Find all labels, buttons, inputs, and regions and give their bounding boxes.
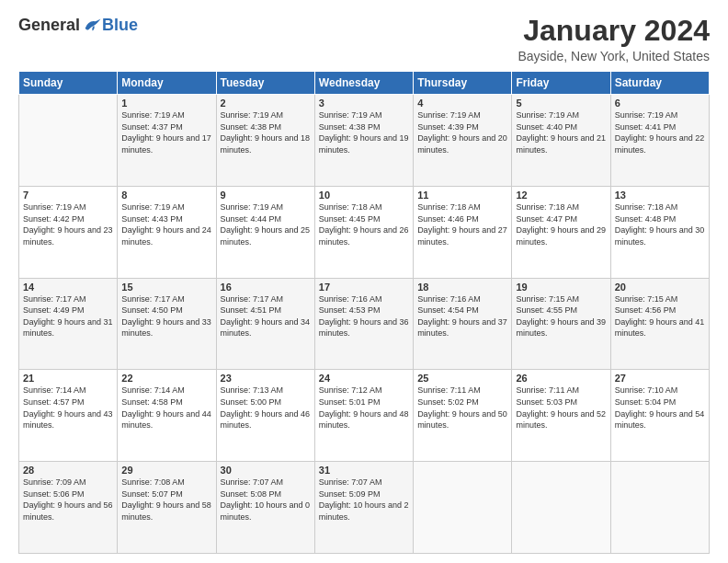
- cell-info: Sunrise: 7:18 AM Sunset: 4:48 PM Dayligh…: [615, 201, 705, 247]
- calendar-body: 1Sunrise: 7:19 AM Sunset: 4:37 PM Daylig…: [19, 95, 710, 554]
- cell-info: Sunrise: 7:19 AM Sunset: 4:40 PM Dayligh…: [516, 109, 606, 155]
- cell-info: Sunrise: 7:07 AM Sunset: 5:08 PM Dayligh…: [221, 477, 311, 523]
- header-monday: Monday: [118, 72, 216, 95]
- cell-info: Sunrise: 7:12 AM Sunset: 5:01 PM Dayligh…: [319, 385, 409, 431]
- day-number: 3: [319, 98, 409, 109]
- cell-info: Sunrise: 7:19 AM Sunset: 4:41 PM Dayligh…: [615, 109, 705, 155]
- day-number: 18: [417, 282, 507, 293]
- calendar-cell: 7Sunrise: 7:19 AM Sunset: 4:42 PM Daylig…: [19, 186, 118, 278]
- header-sunday: Sunday: [19, 72, 118, 95]
- day-number: 1: [121, 98, 211, 109]
- cell-info: Sunrise: 7:19 AM Sunset: 4:43 PM Dayligh…: [121, 201, 211, 247]
- calendar-cell: 5Sunrise: 7:19 AM Sunset: 4:40 PM Daylig…: [512, 95, 610, 187]
- calendar-cell: 2Sunrise: 7:19 AM Sunset: 4:38 PM Daylig…: [216, 95, 314, 187]
- cell-info: Sunrise: 7:08 AM Sunset: 5:07 PM Dayligh…: [121, 477, 211, 523]
- title-block: January 2024 Bayside, New York, United S…: [518, 15, 710, 63]
- calendar-cell: 9Sunrise: 7:19 AM Sunset: 4:44 PM Daylig…: [216, 186, 314, 278]
- month-title: January 2024: [518, 15, 710, 47]
- calendar-cell: 27Sunrise: 7:10 AM Sunset: 5:04 PM Dayli…: [610, 370, 709, 462]
- logo-text: General Blue: [18, 15, 138, 35]
- logo-bird-icon: [82, 15, 102, 35]
- cell-info: Sunrise: 7:15 AM Sunset: 4:55 PM Dayligh…: [516, 293, 606, 339]
- day-number: 21: [23, 373, 113, 384]
- day-number: 9: [221, 190, 311, 201]
- cell-info: Sunrise: 7:19 AM Sunset: 4:38 PM Dayligh…: [221, 109, 311, 155]
- calendar-cell: 31Sunrise: 7:07 AM Sunset: 5:09 PM Dayli…: [314, 462, 413, 554]
- day-number: 27: [615, 373, 705, 384]
- header: General Blue January 2024 Bayside, New Y…: [18, 15, 710, 63]
- cell-info: Sunrise: 7:11 AM Sunset: 5:03 PM Dayligh…: [516, 385, 606, 431]
- header-friday: Friday: [512, 72, 610, 95]
- header-wednesday: Wednesday: [314, 72, 413, 95]
- cell-info: Sunrise: 7:17 AM Sunset: 4:49 PM Dayligh…: [23, 293, 113, 339]
- calendar-cell: 16Sunrise: 7:17 AM Sunset: 4:51 PM Dayli…: [216, 278, 314, 370]
- day-number: 10: [319, 190, 409, 201]
- calendar-week-row: 14Sunrise: 7:17 AM Sunset: 4:49 PM Dayli…: [19, 278, 710, 370]
- calendar-cell: 19Sunrise: 7:15 AM Sunset: 4:55 PM Dayli…: [512, 278, 610, 370]
- calendar-cell: 8Sunrise: 7:19 AM Sunset: 4:43 PM Daylig…: [118, 186, 216, 278]
- day-number: 16: [221, 282, 311, 293]
- cell-info: Sunrise: 7:16 AM Sunset: 4:54 PM Dayligh…: [417, 293, 507, 339]
- calendar-cell: 28Sunrise: 7:09 AM Sunset: 5:06 PM Dayli…: [19, 462, 118, 554]
- day-number: 29: [121, 465, 211, 476]
- weekday-header-row: Sunday Monday Tuesday Wednesday Thursday…: [19, 72, 710, 95]
- logo: General Blue: [18, 15, 138, 35]
- cell-info: Sunrise: 7:17 AM Sunset: 4:50 PM Dayligh…: [121, 293, 211, 339]
- cell-info: Sunrise: 7:14 AM Sunset: 4:58 PM Dayligh…: [121, 385, 211, 431]
- calendar-cell: 30Sunrise: 7:07 AM Sunset: 5:08 PM Dayli…: [216, 462, 314, 554]
- day-number: 12: [516, 190, 606, 201]
- cell-info: Sunrise: 7:18 AM Sunset: 4:45 PM Dayligh…: [319, 201, 409, 247]
- day-number: 4: [417, 98, 507, 109]
- calendar-cell: 26Sunrise: 7:11 AM Sunset: 5:03 PM Dayli…: [512, 370, 610, 462]
- day-number: 19: [516, 282, 606, 293]
- calendar-cell: 23Sunrise: 7:13 AM Sunset: 5:00 PM Dayli…: [216, 370, 314, 462]
- day-number: 24: [319, 373, 409, 384]
- cell-info: Sunrise: 7:19 AM Sunset: 4:37 PM Dayligh…: [121, 109, 211, 155]
- day-number: 11: [417, 190, 507, 201]
- day-number: 28: [23, 465, 113, 476]
- day-number: 5: [516, 98, 606, 109]
- calendar-cell: 17Sunrise: 7:16 AM Sunset: 4:53 PM Dayli…: [314, 278, 413, 370]
- cell-info: Sunrise: 7:14 AM Sunset: 4:57 PM Dayligh…: [23, 385, 113, 431]
- cell-info: Sunrise: 7:09 AM Sunset: 5:06 PM Dayligh…: [23, 477, 113, 523]
- calendar-cell: 29Sunrise: 7:08 AM Sunset: 5:07 PM Dayli…: [118, 462, 216, 554]
- calendar-cell: 18Sunrise: 7:16 AM Sunset: 4:54 PM Dayli…: [414, 278, 512, 370]
- calendar-cell: 20Sunrise: 7:15 AM Sunset: 4:56 PM Dayli…: [610, 278, 709, 370]
- day-number: 17: [319, 282, 409, 293]
- cell-info: Sunrise: 7:19 AM Sunset: 4:42 PM Dayligh…: [23, 201, 113, 247]
- cell-info: Sunrise: 7:15 AM Sunset: 4:56 PM Dayligh…: [615, 293, 705, 339]
- calendar-cell: 21Sunrise: 7:14 AM Sunset: 4:57 PM Dayli…: [19, 370, 118, 462]
- cell-info: Sunrise: 7:18 AM Sunset: 4:46 PM Dayligh…: [417, 201, 507, 247]
- day-number: 14: [23, 282, 113, 293]
- calendar-cell: 22Sunrise: 7:14 AM Sunset: 4:58 PM Dayli…: [118, 370, 216, 462]
- calendar-cell: [414, 462, 512, 554]
- header-tuesday: Tuesday: [216, 72, 314, 95]
- day-number: 15: [121, 282, 211, 293]
- cell-info: Sunrise: 7:13 AM Sunset: 5:00 PM Dayligh…: [221, 385, 311, 431]
- cell-info: Sunrise: 7:18 AM Sunset: 4:47 PM Dayligh…: [516, 201, 606, 247]
- calendar-cell: [512, 462, 610, 554]
- cell-info: Sunrise: 7:17 AM Sunset: 4:51 PM Dayligh…: [221, 293, 311, 339]
- calendar-cell: 12Sunrise: 7:18 AM Sunset: 4:47 PM Dayli…: [512, 186, 610, 278]
- header-saturday: Saturday: [610, 72, 709, 95]
- day-number: 7: [23, 190, 113, 201]
- calendar-cell: 10Sunrise: 7:18 AM Sunset: 4:45 PM Dayli…: [314, 186, 413, 278]
- calendar-cell: 13Sunrise: 7:18 AM Sunset: 4:48 PM Dayli…: [610, 186, 709, 278]
- calendar-header: Sunday Monday Tuesday Wednesday Thursday…: [19, 72, 710, 95]
- calendar-week-row: 21Sunrise: 7:14 AM Sunset: 4:57 PM Dayli…: [19, 370, 710, 462]
- day-number: 25: [417, 373, 507, 384]
- cell-info: Sunrise: 7:19 AM Sunset: 4:39 PM Dayligh…: [417, 109, 507, 155]
- day-number: 20: [615, 282, 705, 293]
- calendar-cell: 1Sunrise: 7:19 AM Sunset: 4:37 PM Daylig…: [118, 95, 216, 187]
- calendar-cell: 3Sunrise: 7:19 AM Sunset: 4:38 PM Daylig…: [314, 95, 413, 187]
- calendar-cell: 11Sunrise: 7:18 AM Sunset: 4:46 PM Dayli…: [414, 186, 512, 278]
- cell-info: Sunrise: 7:10 AM Sunset: 5:04 PM Dayligh…: [615, 385, 705, 431]
- day-number: 2: [221, 98, 311, 109]
- calendar-cell: [610, 462, 709, 554]
- cell-info: Sunrise: 7:19 AM Sunset: 4:44 PM Dayligh…: [221, 201, 311, 247]
- calendar-week-row: 7Sunrise: 7:19 AM Sunset: 4:42 PM Daylig…: [19, 186, 710, 278]
- day-number: 22: [121, 373, 211, 384]
- calendar-cell: 6Sunrise: 7:19 AM Sunset: 4:41 PM Daylig…: [610, 95, 709, 187]
- calendar-cell: 14Sunrise: 7:17 AM Sunset: 4:49 PM Dayli…: [19, 278, 118, 370]
- cell-info: Sunrise: 7:07 AM Sunset: 5:09 PM Dayligh…: [319, 477, 409, 523]
